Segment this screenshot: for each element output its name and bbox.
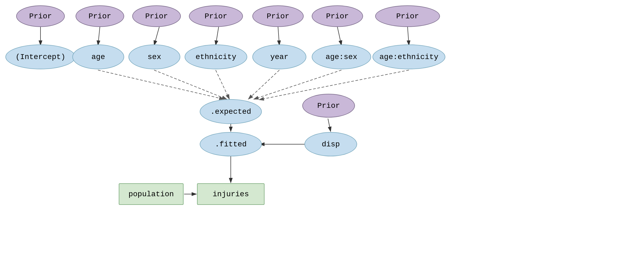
disp-label: disp [322,140,340,149]
arrows-svg [0,0,644,255]
age-node: age [72,44,124,69]
population-node: population [119,183,184,205]
prior-label-4: Prior [205,12,227,20]
population-label: population [128,190,174,198]
injuries-node: injuries [197,183,265,205]
ethnicity-node: ethnicity [185,44,247,69]
sex-node: sex [128,44,180,69]
age-ethnicity-node: age:ethnicity [372,44,445,69]
age-sex-node: age:sex [312,44,371,69]
age-label: age [91,53,105,61]
fitted-label: .fitted [215,140,247,149]
arrow-prior7-ageethnicity [408,27,409,45]
arrow-prior4-ethnicity [216,27,219,45]
arrow-prior-disp [328,119,331,132]
fitted-node: .fitted [200,132,262,156]
prior-node-2: Prior [76,5,124,27]
prior-label-2: Prior [89,12,111,20]
arrow-prior6-agesex [337,27,341,45]
arrow-year-expected [248,70,279,99]
prior-node-4: Prior [189,5,243,27]
prior-node-5: Prior [252,5,304,27]
arrow-prior5-year [278,27,279,45]
intercept-label: (Intercept) [16,53,66,61]
injuries-label: injuries [213,190,249,198]
ethnicity-label: ethnicity [195,53,236,61]
year-label: year [270,53,288,61]
prior-disp-label: Prior [317,102,340,110]
arrow-age-expected [98,70,224,99]
age-ethnicity-label: age:ethnicity [379,53,438,61]
diagram-container: Prior Prior Prior Prior Prior Prior Prio… [0,0,644,255]
age-sex-label: age:sex [326,53,357,61]
prior-label-1: Prior [29,12,52,20]
arrow-sex-expected [154,70,227,99]
prior-label-7: Prior [396,12,419,20]
prior-disp-node: Prior [302,94,355,118]
expected-node: .expected [200,99,262,124]
prior-node-6: Prior [312,5,363,27]
prior-node-3: Prior [132,5,181,27]
prior-label-5: Prior [267,12,289,20]
arrow-ethnicity-expected [216,70,229,99]
prior-label-3: Prior [145,12,168,20]
intercept-node: (Intercept) [5,44,76,69]
prior-node-7: Prior [375,5,440,27]
sex-label: sex [148,53,161,61]
expected-label: .expected [210,108,251,116]
prior-label-6: Prior [326,12,349,20]
arrow-prior2-age [98,27,100,45]
disp-node: disp [304,132,357,156]
arrow-prior3-sex [154,27,159,45]
prior-node-1: Prior [16,5,65,27]
year-node: year [252,44,306,69]
